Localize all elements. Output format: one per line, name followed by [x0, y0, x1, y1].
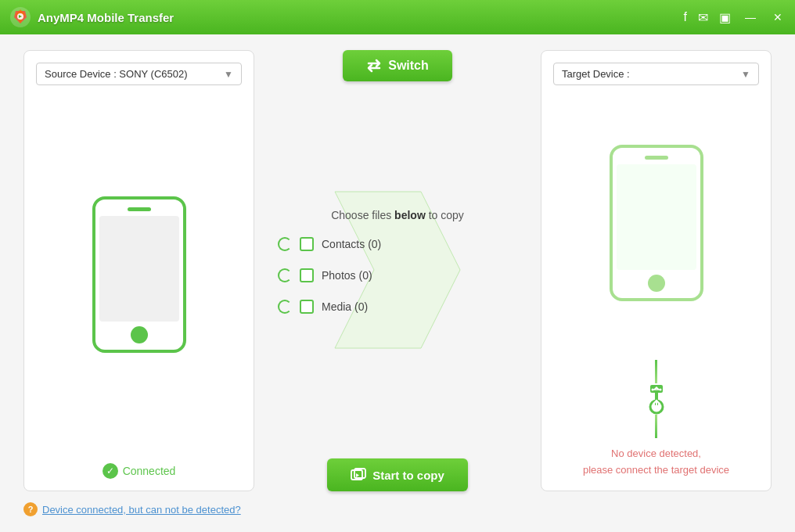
usb-area	[641, 360, 672, 438]
screen-icon[interactable]: ▣	[719, 10, 731, 25]
files-section: Choose files below to copy Contacts (0) …	[262, 209, 533, 331]
no-device-text: No device detected,please connect the ta…	[583, 446, 729, 479]
target-device-panel: Target Device : ▼	[541, 50, 772, 491]
start-copy-label: Start to copy	[372, 469, 444, 482]
bottom-link-area: ? Device connected, but can not be detec…	[23, 502, 772, 516]
target-phone-illustration	[610, 101, 703, 344]
source-phone-screen	[99, 216, 179, 322]
choose-files-text: Choose files below to copy	[278, 209, 517, 221]
source-device-panel: Source Device : SONY (C6502) ▼ ✓ Connect…	[23, 50, 254, 491]
source-phone-speaker	[128, 207, 151, 211]
app-title: AnyMP4 Mobile Transfer	[38, 11, 174, 24]
connected-status: ✓ Connected	[103, 463, 176, 479]
source-phone-body	[92, 196, 186, 353]
photos-option: Photos (0)	[278, 268, 372, 282]
main-area: Source Device : SONY (C6502) ▼ ✓ Connect…	[0, 34, 795, 532]
target-phone-body	[610, 145, 703, 301]
switch-label: Switch	[388, 59, 429, 73]
arrow-area: Choose files below to copy Contacts (0) …	[262, 89, 533, 451]
target-phone-screen	[617, 164, 696, 270]
source-dropdown-arrow: ▼	[224, 69, 233, 80]
help-icon: ?	[23, 502, 38, 516]
title-bar-right: f ✉ ▣ — ✕	[684, 9, 786, 25]
usb-cable	[655, 360, 657, 383]
photos-label: Photos (0)	[322, 269, 372, 282]
switch-button[interactable]: Switch	[343, 50, 452, 81]
photos-loading-icon	[278, 268, 292, 282]
contacts-label: Contacts (0)	[322, 238, 381, 250]
usb-icon	[641, 383, 672, 415]
media-loading-icon	[278, 300, 292, 314]
source-device-dropdown[interactable]: Source Device : SONY (C6502) ▼	[36, 63, 242, 85]
minimize-button[interactable]: —	[742, 9, 759, 25]
panels-container: Source Device : SONY (C6502) ▼ ✓ Connect…	[23, 50, 772, 491]
help-link[interactable]: Device connected, but can not be detecte…	[42, 504, 241, 516]
source-phone-home	[131, 326, 148, 343]
target-phone-speaker	[645, 156, 668, 160]
middle-panel: Switch Choose files below to copy Contac…	[254, 50, 541, 491]
media-label: Media (0)	[322, 300, 368, 313]
facebook-icon[interactable]: f	[684, 10, 687, 24]
target-device-label: Target Device :	[562, 68, 630, 80]
photos-checkbox[interactable]	[300, 268, 314, 282]
title-bar-left: AnyMP4 Mobile Transfer	[9, 6, 174, 28]
contacts-option: Contacts (0)	[278, 237, 381, 251]
switch-icon	[366, 58, 382, 74]
source-device-label: Source Device : SONY (C6502)	[45, 68, 188, 80]
usb-cable-bottom	[655, 415, 657, 438]
message-icon[interactable]: ✉	[698, 10, 708, 25]
target-device-dropdown[interactable]: Target Device : ▼	[553, 63, 759, 85]
media-checkbox[interactable]	[300, 300, 314, 314]
contacts-checkbox[interactable]	[300, 237, 314, 251]
media-option: Media (0)	[278, 300, 368, 314]
contacts-loading-icon	[278, 237, 292, 251]
title-bar: AnyMP4 Mobile Transfer f ✉ ▣ — ✕	[0, 0, 795, 34]
start-copy-icon	[351, 468, 366, 482]
connected-label: Connected	[123, 465, 176, 477]
svg-point-7	[651, 389, 653, 391]
start-copy-button[interactable]: Start to copy	[327, 458, 468, 491]
target-dropdown-arrow: ▼	[741, 69, 750, 80]
target-phone-home	[648, 275, 665, 292]
source-phone-illustration	[92, 101, 186, 448]
svg-point-8	[659, 389, 661, 391]
close-button[interactable]: ✕	[770, 9, 786, 25]
app-logo	[9, 6, 31, 28]
connected-checkmark-icon: ✓	[103, 463, 118, 479]
